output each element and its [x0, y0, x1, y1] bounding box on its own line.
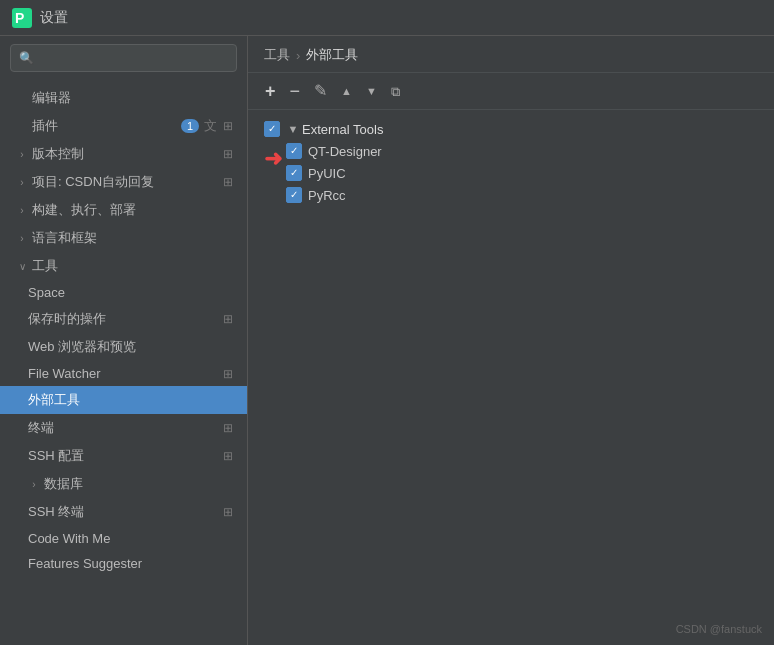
item-label-pyrcc: PyRcc: [308, 188, 346, 203]
grid-icon: ⊞: [221, 147, 235, 161]
sidebar-item-ssh-config[interactable]: SSH 配置 ⊞: [0, 442, 247, 470]
sidebar-item-label: Web 浏览器和预览: [28, 338, 235, 356]
search-box[interactable]: 🔍: [10, 44, 237, 72]
sidebar-item-label: 外部工具: [28, 391, 235, 409]
sidebar-item-label: Code With Me: [28, 531, 235, 546]
breadcrumb-parent: 工具: [264, 46, 290, 64]
translate-icon: 文: [203, 117, 217, 135]
grid-icon: ⊞: [221, 505, 235, 519]
chevron-right-icon: ›: [16, 205, 28, 216]
sidebar-item-file-watcher[interactable]: File Watcher ⊞ ➜: [0, 361, 247, 386]
item-label-pyuic: PyUIC: [308, 166, 346, 181]
title-bar: P 设置: [0, 0, 774, 36]
sidebar-item-label: 插件: [32, 117, 177, 135]
tree-item-qt-designer[interactable]: QT-Designer: [282, 140, 762, 162]
edit-button[interactable]: ✎: [309, 80, 332, 102]
external-tools-children: QT-Designer PyUIC PyRcc: [260, 140, 762, 206]
sidebar-item-plugins[interactable]: 插件 1 文 ⊞: [0, 112, 247, 140]
breadcrumb-sep: ›: [296, 48, 300, 63]
sidebar-item-features-suggester[interactable]: Features Suggester: [0, 551, 247, 576]
sidebar-item-ssh-terminal[interactable]: SSH 终端 ⊞: [0, 498, 247, 526]
sidebar-item-label: 终端: [28, 419, 217, 437]
sidebar-item-tools[interactable]: ∨ 工具: [0, 252, 247, 280]
sidebar-item-build[interactable]: › 构建、执行、部署: [0, 196, 247, 224]
tree-item-pyuic[interactable]: PyUIC: [282, 162, 762, 184]
svg-text:P: P: [15, 10, 24, 26]
checkbox-pyrcc[interactable]: [286, 187, 302, 203]
chevron-down-icon: ▼: [286, 123, 300, 135]
checkbox-external-tools[interactable]: [264, 121, 280, 137]
grid-icon: ⊞: [221, 312, 235, 326]
remove-button[interactable]: −: [285, 79, 306, 103]
sidebar-item-project[interactable]: › 项目: CSDN自动回复 ⊞: [0, 168, 247, 196]
sidebar-item-editor[interactable]: 编辑器: [0, 84, 247, 112]
item-label-qt-designer: QT-Designer: [308, 144, 382, 159]
plugin-badge: 1: [181, 119, 199, 133]
toolbar: + − ✎ ▲ ▼ ⧉: [248, 73, 774, 110]
checkbox-qt-designer[interactable]: [286, 143, 302, 159]
sidebar-item-label: 保存时的操作: [28, 310, 217, 328]
grid-icon: ⊞: [221, 421, 235, 435]
sidebar-item-on-save[interactable]: 保存时的操作 ⊞: [0, 305, 247, 333]
sidebar: 🔍 编辑器 插件 1 文 ⊞ › 版本控制 ⊞: [0, 36, 248, 645]
sidebar-item-vcs[interactable]: › 版本控制 ⊞: [0, 140, 247, 168]
chevron-right-icon: ›: [16, 177, 28, 188]
breadcrumb-current: 外部工具: [306, 46, 358, 64]
search-icon: 🔍: [19, 51, 34, 65]
grid-icon: ⊞: [221, 367, 235, 381]
sidebar-item-database[interactable]: › 数据库: [0, 470, 247, 498]
sidebar-item-web-preview[interactable]: Web 浏览器和预览: [0, 333, 247, 361]
sidebar-nav: 编辑器 插件 1 文 ⊞ › 版本控制 ⊞ › 项目: CSDN自动回复 ⊞: [0, 80, 247, 645]
sidebar-item-label: SSH 配置: [28, 447, 217, 465]
sidebar-item-label: Features Suggester: [28, 556, 235, 571]
sidebar-item-space[interactable]: Space: [0, 280, 247, 305]
sidebar-item-label: 编辑器: [32, 89, 235, 107]
sidebar-item-code-with-me[interactable]: Code With Me: [0, 526, 247, 551]
content-area: 工具 › 外部工具 + − ✎ ▲ ▼ ⧉ ➜ ▼ External Tools: [248, 36, 774, 645]
copy-button[interactable]: ⧉: [386, 82, 405, 101]
chevron-right-icon: ›: [28, 479, 40, 490]
move-up-button[interactable]: ▲: [336, 83, 357, 100]
sidebar-item-label: 数据库: [44, 475, 235, 493]
main-layout: 🔍 编辑器 插件 1 文 ⊞ › 版本控制 ⊞: [0, 36, 774, 645]
watermark: CSDN @fanstuck: [676, 623, 762, 635]
tools-list: ▼ External Tools QT-Designer PyUIC PyRcc: [248, 110, 774, 645]
move-down-button[interactable]: ▼: [361, 83, 382, 100]
search-input[interactable]: [38, 51, 228, 65]
grid-icon: ⊞: [221, 175, 235, 189]
sidebar-item-external-tools[interactable]: 外部工具: [0, 386, 247, 414]
sidebar-item-label: File Watcher: [28, 366, 217, 381]
sidebar-item-label: 项目: CSDN自动回复: [32, 173, 217, 191]
sidebar-item-label: Space: [28, 285, 235, 300]
app-logo: P: [12, 8, 32, 28]
sidebar-item-label: SSH 终端: [28, 503, 217, 521]
sidebar-item-terminal[interactable]: 终端 ⊞: [0, 414, 247, 442]
chevron-down-icon: ∨: [16, 261, 28, 272]
window-title: 设置: [40, 9, 68, 27]
sidebar-item-label: 语言和框架: [32, 229, 235, 247]
tree-group-external-tools[interactable]: ▼ External Tools: [260, 118, 762, 140]
add-button[interactable]: +: [260, 79, 281, 103]
grid-icon: ⊞: [221, 119, 235, 133]
chevron-right-icon: ›: [16, 233, 28, 244]
tree-item-pyrcc[interactable]: PyRcc: [282, 184, 762, 206]
grid-icon: ⊞: [221, 449, 235, 463]
chevron-right-icon: ›: [16, 149, 28, 160]
breadcrumb: 工具 › 外部工具: [248, 36, 774, 73]
sidebar-item-label: 工具: [32, 257, 235, 275]
sidebar-item-label: 构建、执行、部署: [32, 201, 235, 219]
checkbox-pyuic[interactable]: [286, 165, 302, 181]
sidebar-item-lang[interactable]: › 语言和框架: [0, 224, 247, 252]
sidebar-item-label: 版本控制: [32, 145, 217, 163]
group-label-external-tools: External Tools: [302, 122, 383, 137]
